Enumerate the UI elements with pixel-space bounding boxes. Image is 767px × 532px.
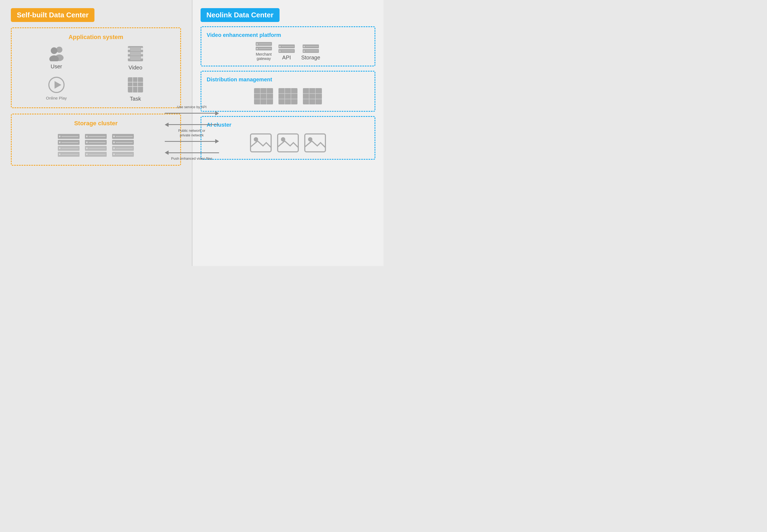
task-icon — [127, 76, 144, 94]
ai-image-icon-2 — [277, 133, 299, 152]
video-enhancement-title: Video enhancement platform — [207, 32, 369, 38]
svg-rect-6 — [128, 52, 130, 54]
right-title-text: Neolink Data Center — [207, 11, 274, 19]
storage-grid — [18, 131, 174, 159]
svg-point-2 — [51, 47, 57, 54]
left-title-text: Self-built Data Center — [17, 11, 88, 19]
svg-rect-8 — [141, 48, 143, 50]
right-panel: Neolink Data Center Video enhancement pl… — [192, 0, 384, 266]
api-label: API — [282, 55, 291, 61]
svg-rect-36 — [251, 134, 271, 152]
ai-cluster-title: AI cluster — [207, 122, 369, 128]
ai-image-icon-1 — [250, 133, 272, 152]
left-panel: Self-built Data Center Application syste… — [0, 0, 192, 266]
ai-image-icon-3 — [304, 133, 326, 152]
storage-server-icon — [303, 44, 319, 53]
user-item: User — [18, 45, 94, 71]
merchant-gateway-item: Merchantgateway — [256, 42, 272, 61]
play-icon — [48, 76, 65, 94]
merchant-server-icon — [256, 42, 272, 50]
application-system-box: Application system User — [11, 27, 181, 108]
storage-stack-1 — [58, 134, 79, 157]
online-play-label: Online Play — [46, 96, 67, 100]
svg-rect-38 — [278, 134, 298, 152]
user-label: User — [51, 63, 62, 70]
video-icon — [127, 45, 144, 62]
storage-cluster-box: Storage cluster — [11, 114, 181, 166]
merchant-label: Merchantgateway — [256, 52, 272, 61]
api-server-icon — [279, 44, 295, 53]
svg-rect-9 — [141, 52, 143, 54]
svg-rect-7 — [128, 56, 130, 59]
app-grid: User — [18, 45, 174, 102]
storage-item: Storage — [301, 44, 320, 61]
svg-rect-11 — [130, 47, 140, 60]
svg-rect-40 — [305, 134, 325, 152]
app-system-title: Application system — [18, 34, 174, 41]
online-play-item: Online Play — [18, 76, 94, 102]
dist-icon-3 — [303, 88, 322, 104]
distribution-mgmt-title: Distribution management — [207, 76, 369, 83]
right-title-badge: Neolink Data Center — [201, 8, 280, 22]
storage-cluster-title: Storage cluster — [18, 120, 174, 127]
api-item: API — [279, 44, 295, 61]
video-label: Video — [128, 65, 142, 71]
storage-stack-2 — [85, 134, 107, 157]
svg-rect-31 — [303, 88, 322, 104]
task-label: Task — [130, 96, 141, 102]
dist-grid — [207, 86, 369, 106]
svg-marker-15 — [55, 81, 61, 89]
ai-grid — [207, 132, 369, 154]
left-title-badge: Self-built Data Center — [11, 8, 94, 22]
user-icon — [47, 45, 66, 61]
distribution-mgmt-box: Distribution management — [201, 71, 376, 112]
ai-cluster-box: AI cluster — [201, 116, 376, 160]
svg-rect-21 — [254, 88, 273, 104]
storage-label: Storage — [301, 55, 320, 61]
diagram-wrapper: Self-built Data Center Application syste… — [0, 0, 384, 266]
video-item: Video — [97, 45, 173, 71]
dist-icon-2 — [279, 88, 298, 104]
svg-rect-26 — [279, 88, 298, 104]
svg-rect-5 — [128, 48, 130, 50]
svg-rect-10 — [141, 56, 143, 59]
svg-rect-16 — [128, 77, 143, 92]
vep-grid: Merchantgateway API Storage — [207, 42, 369, 61]
dist-icon-1 — [254, 88, 273, 104]
task-item: Task — [97, 76, 173, 102]
storage-stack-3 — [112, 134, 134, 157]
video-enhancement-box: Video enhancement platform Merchantgatew… — [201, 26, 376, 66]
